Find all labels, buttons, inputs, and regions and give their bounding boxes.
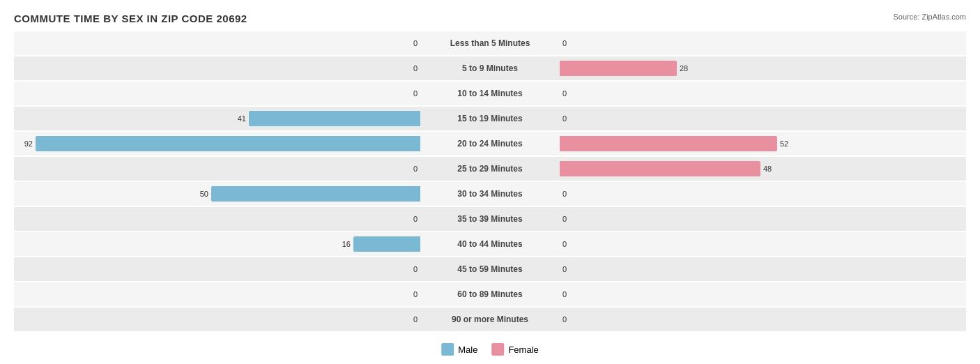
row-label: 30 to 34 Minutes [420,189,560,199]
left-section: 92 [14,132,420,156]
female-zero: 0 [562,265,567,273]
left-section: 50 [14,182,420,206]
female-color-box [491,343,504,356]
right-section: 0 [560,82,966,105]
bar-row: 9220 to 24 Minutes52 [14,132,966,156]
row-label: 60 to 89 Minutes [420,289,560,299]
bar-row: 0Less than 5 Minutes0 [14,31,966,55]
male-zero: 0 [413,39,418,47]
bar-row: 025 to 29 Minutes48 [14,157,966,181]
legend-male: Male [441,343,477,356]
right-section: 48 [560,157,966,181]
female-bar: 28 [560,61,677,76]
female-zero: 0 [562,315,567,324]
male-zero: 0 [413,215,418,223]
right-section: 0 [560,282,966,306]
right-section: 0 [560,31,966,55]
male-bar: 16 [353,236,420,252]
right-section: 0 [560,257,966,281]
male-label: Male [458,344,477,355]
row-label: 15 to 19 Minutes [420,114,560,123]
male-zero: 0 [413,265,418,273]
row-label: 20 to 24 Minutes [420,139,560,149]
male-value: 41 [238,114,246,123]
bar-row: 010 to 14 Minutes0 [14,82,966,105]
row-label: 90 or more Minutes [420,314,560,324]
right-section: 52 [560,132,966,156]
bar-row: 035 to 39 Minutes0 [14,207,966,231]
bar-row: 045 to 59 Minutes0 [14,257,966,281]
female-zero: 0 [562,215,567,223]
male-bar: 50 [211,186,420,202]
left-section: 41 [14,107,420,130]
female-zero: 0 [562,240,567,248]
female-label: Female [508,344,538,355]
left-section: 0 [14,82,420,105]
left-section: 0 [14,308,420,331]
left-section: 0 [14,257,420,281]
male-zero: 0 [413,64,418,73]
row-label: 40 to 44 Minutes [420,239,560,249]
left-section: 0 [14,157,420,181]
female-zero: 0 [562,114,567,123]
male-zero: 0 [413,165,418,173]
row-label: 45 to 59 Minutes [420,264,560,274]
left-section: 0 [14,56,420,80]
bars-area: 0Less than 5 Minutes005 to 9 Minutes2801… [14,31,966,303]
female-zero: 0 [562,89,567,98]
female-value: 48 [763,165,772,173]
left-section: 0 [14,207,420,231]
male-value: 16 [342,240,351,248]
female-value: 52 [780,139,788,148]
male-value: 50 [200,190,208,198]
male-zero: 0 [413,89,418,98]
bar-row: 4115 to 19 Minutes0 [14,107,966,130]
left-section: 16 [14,232,420,256]
male-zero: 0 [413,315,418,324]
row-label: 10 to 14 Minutes [420,89,560,98]
male-color-box [441,343,454,356]
female-zero: 0 [562,39,567,47]
bar-row: 1640 to 44 Minutes0 [14,232,966,256]
bar-row: 090 or more Minutes0 [14,308,966,331]
right-section: 28 [560,56,966,80]
left-section: 0 [14,31,420,55]
male-zero: 0 [413,290,418,298]
male-bar: 92 [36,136,420,151]
row-label: 25 to 29 Minutes [420,164,560,174]
female-value: 28 [680,64,688,73]
male-value: 92 [24,139,33,148]
chart-container: COMMUTE TIME BY SEX IN ZIP CODE 20692 So… [0,0,980,364]
bar-row: 5030 to 34 Minutes0 [14,182,966,206]
right-section: 0 [560,308,966,331]
right-section: 0 [560,207,966,231]
left-section: 0 [14,282,420,306]
right-section: 0 [560,232,966,256]
female-bar: 48 [560,161,760,176]
female-zero: 0 [562,290,567,298]
row-label: 35 to 39 Minutes [420,214,560,224]
female-bar: 52 [560,136,777,151]
legend-female: Female [491,343,538,356]
female-zero: 0 [562,190,567,198]
male-bar: 41 [249,111,420,126]
chart-title: COMMUTE TIME BY SEX IN ZIP CODE 20692 [14,13,966,24]
right-section: 0 [560,107,966,130]
right-section: 0 [560,182,966,206]
bar-row: 05 to 9 Minutes28 [14,56,966,80]
bar-row: 060 to 89 Minutes0 [14,282,966,306]
legend: Male Female [441,343,539,356]
row-label: Less than 5 Minutes [420,38,560,48]
source-label: Source: ZipAtlas.com [893,13,966,21]
row-label: 5 to 9 Minutes [420,63,560,73]
